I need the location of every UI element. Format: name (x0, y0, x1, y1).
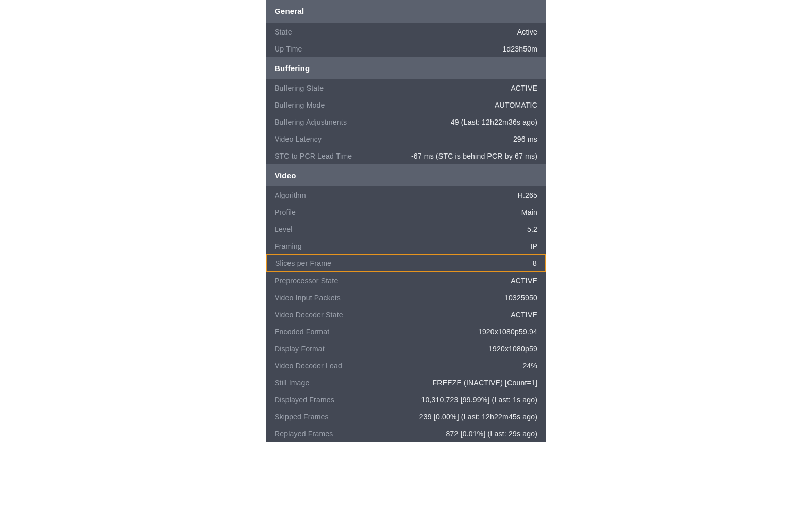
row-value: 24% (522, 362, 537, 370)
row-video-latency: Video Latency 296 ms (266, 130, 546, 147)
row-label: Framing (275, 242, 302, 250)
row-framing: Framing IP (266, 237, 546, 254)
row-value: 49 (Last: 12h22m36s ago) (451, 118, 537, 126)
row-label: Preprocessor State (275, 277, 338, 285)
row-label: Algorithm (275, 191, 306, 199)
row-value: ACTIVE (511, 311, 537, 319)
row-buffering-mode: Buffering Mode AUTOMATIC (266, 96, 546, 113)
row-label: Encoded Format (275, 328, 329, 336)
row-label: Up Time (275, 45, 302, 53)
row-label: Profile (275, 208, 296, 216)
row-value: 1920x1080p59 (488, 345, 537, 353)
row-label: Video Decoder State (275, 311, 343, 319)
row-value: AUTOMATIC (495, 101, 537, 109)
row-still-image: Still Image FREEZE (INACTIVE) [Count=1] (266, 374, 546, 391)
section-title: Buffering (275, 64, 310, 73)
row-label: Level (275, 225, 292, 233)
row-value: Main (521, 208, 537, 216)
row-label: Video Latency (275, 135, 322, 143)
row-value: 10,310,723 [99.99%] (Last: 1s ago) (421, 396, 537, 404)
row-value: IP (530, 242, 537, 250)
row-video-decoder-state: Video Decoder State ACTIVE (266, 306, 546, 323)
row-value: ACTIVE (511, 84, 537, 92)
row-label: Video Input Packets (275, 294, 341, 302)
row-value: 1d23h50m (502, 45, 537, 53)
row-label: Video Decoder Load (275, 362, 342, 370)
stats-panel: General State Active Up Time 1d23h50m Bu… (266, 0, 546, 442)
row-up-time: Up Time 1d23h50m (266, 40, 546, 57)
row-stc-pcr-lead-time: STC to PCR Lead Time -67 ms (STC is behi… (266, 147, 546, 164)
row-value: 872 [0.01%] (Last: 29s ago) (446, 430, 537, 438)
row-value: 8 (533, 259, 537, 267)
row-label: Replayed Frames (275, 430, 333, 438)
section-header-buffering: Buffering (266, 57, 546, 79)
row-displayed-frames: Displayed Frames 10,310,723 [99.99%] (La… (266, 391, 546, 408)
row-value: 5.2 (527, 225, 537, 233)
row-buffering-adjustments: Buffering Adjustments 49 (Last: 12h22m36… (266, 113, 546, 130)
row-value: Active (517, 28, 537, 36)
row-profile: Profile Main (266, 203, 546, 220)
row-skipped-frames: Skipped Frames 239 [0.00%] (Last: 12h22m… (266, 408, 546, 425)
section-title: Video (275, 171, 296, 180)
row-label: Skipped Frames (275, 413, 329, 421)
row-replayed-frames: Replayed Frames 872 [0.01%] (Last: 29s a… (266, 425, 546, 442)
row-value: FREEZE (INACTIVE) [Count=1] (433, 379, 537, 387)
row-label: State (275, 28, 292, 36)
row-algorithm: Algorithm H.265 (266, 186, 546, 203)
section-header-general: General (266, 0, 546, 23)
row-slices-per-frame: Slices per Frame 8 (266, 254, 546, 272)
row-label: Display Format (275, 345, 325, 353)
row-value: 1920x1080p59.94 (478, 328, 537, 336)
row-video-decoder-load: Video Decoder Load 24% (266, 357, 546, 374)
row-video-input-packets: Video Input Packets 10325950 (266, 289, 546, 306)
row-encoded-format: Encoded Format 1920x1080p59.94 (266, 323, 546, 340)
section-title: General (275, 7, 304, 15)
row-value: 239 [0.00%] (Last: 12h22m45s ago) (419, 413, 537, 421)
row-label: STC to PCR Lead Time (275, 152, 352, 160)
row-value: 10325950 (504, 294, 537, 302)
row-label: Buffering Adjustments (275, 118, 347, 126)
row-buffering-state: Buffering State ACTIVE (266, 79, 546, 96)
row-value: ACTIVE (511, 277, 537, 285)
row-value: -67 ms (STC is behind PCR by 67 ms) (411, 152, 537, 160)
row-value: 296 ms (513, 135, 537, 143)
row-value: H.265 (518, 191, 537, 199)
row-label: Slices per Frame (275, 259, 331, 267)
section-header-video: Video (266, 164, 546, 186)
row-label: Buffering State (275, 84, 324, 92)
row-state: State Active (266, 23, 546, 40)
row-label: Buffering Mode (275, 101, 325, 109)
row-preprocessor-state: Preprocessor State ACTIVE (266, 272, 546, 289)
row-display-format: Display Format 1920x1080p59 (266, 340, 546, 357)
row-label: Displayed Frames (275, 396, 334, 404)
row-level: Level 5.2 (266, 220, 546, 237)
row-label: Still Image (275, 379, 310, 387)
